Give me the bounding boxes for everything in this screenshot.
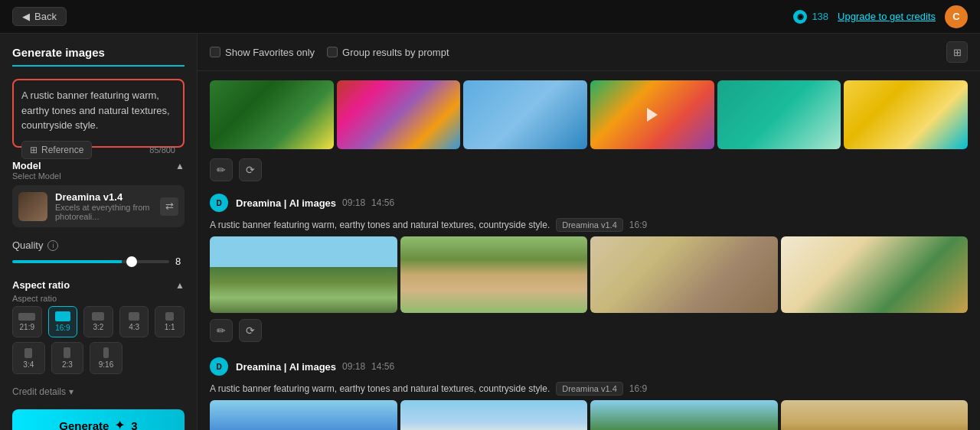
top-strip	[210, 80, 968, 149]
generate-button[interactable]: Generate ✦ 3	[12, 409, 185, 430]
aspect-label-2-3: 2:3	[62, 360, 73, 369]
gen-meta-2: Dreamina | AI images 09:18 14:56	[236, 361, 394, 373]
aspect-label-9-16: 9:16	[99, 360, 113, 369]
aspect-btn-1-1[interactable]: 1:1	[155, 306, 185, 337]
gen-image-2-1[interactable]	[210, 400, 397, 430]
upgrade-button[interactable]: Upgrade to get credits	[838, 11, 936, 22]
strip-image-4	[590, 80, 714, 149]
gen-name-2: Dreamina | AI images	[236, 361, 336, 373]
aspect-label-16-9: 16:9	[55, 324, 70, 332]
gen-image-2-3[interactable]	[590, 400, 778, 430]
select-model-label: Select Model	[12, 171, 185, 181]
avatar: C	[945, 5, 968, 28]
gen-image-2-4[interactable]	[781, 400, 969, 430]
aspect-chevron-icon: ▲	[175, 280, 185, 291]
gen-image-1-1[interactable]	[210, 236, 397, 313]
gen-image-1-3[interactable]	[590, 236, 778, 313]
aspect-row-1: 21:9 16:9 3:2 4:3	[12, 306, 185, 337]
model-thumbnail	[18, 192, 47, 221]
aspect-spacer2	[159, 342, 185, 374]
model-section-label: Model	[12, 160, 41, 171]
topbar-left: ◀ Back	[12, 7, 67, 26]
strip-img-placeholder-6	[844, 80, 968, 149]
aspect-btn-21-9[interactable]: 21:9	[12, 306, 42, 337]
gen-ratio-1: 16:9	[629, 220, 647, 230]
gen-image-1-4[interactable]	[781, 236, 969, 313]
aspect-btn-3-2[interactable]: 3:2	[83, 306, 113, 337]
gen-name-1: Dreamina | AI images	[236, 197, 336, 209]
generate-star-icon: ✦	[115, 419, 125, 430]
model-name: Dreamina v1.4	[55, 191, 152, 203]
gen1-refresh-button[interactable]: ⟳	[239, 319, 262, 342]
aspect-btn-2-3[interactable]: 2:3	[51, 342, 84, 374]
gallery-scroll[interactable]: ✏ ⟳ D Dreamina | AI images 09:18 14:56 A…	[198, 71, 980, 430]
credit-details[interactable]: Credit details ▾	[12, 386, 185, 397]
strip-image-2	[337, 80, 461, 149]
strip-image-6	[844, 80, 968, 149]
aspect-sub-label: Aspect ratio	[12, 294, 185, 303]
aspect-label: Aspect ratio	[12, 279, 70, 291]
strip-img-placeholder-3	[463, 80, 587, 149]
aspect-icon-3-4	[24, 348, 32, 358]
aspect-label-4-3: 4:3	[129, 323, 139, 331]
aspect-btn-4-3[interactable]: 4:3	[119, 306, 149, 337]
gen-time-1: 09:18	[342, 197, 365, 208]
aspect-icon-3-2	[92, 312, 104, 321]
aspect-icon-21-9	[18, 313, 35, 321]
favorites-checkbox-box	[210, 47, 220, 57]
aspect-btn-3-4[interactable]: 3:4	[12, 342, 45, 374]
aspect-grid: 21:9 16:9 3:2 4:3	[12, 306, 185, 374]
quality-value: 8	[175, 256, 185, 267]
credits-badge: ◉ 138	[793, 10, 828, 24]
model-section-header: Model ▲	[12, 160, 185, 171]
favorites-label: Show Favorites only	[225, 47, 315, 58]
aspect-icon-2-3	[64, 347, 70, 358]
group-label: Group results by prompt	[342, 47, 449, 58]
gen-duration-1: 14:56	[371, 197, 394, 208]
generate-label: Generate	[59, 419, 109, 431]
strip-img-placeholder-5	[717, 80, 841, 149]
favorites-checkbox[interactable]: Show Favorites only	[210, 47, 315, 58]
back-button[interactable]: ◀ Back	[12, 7, 67, 26]
back-label: Back	[34, 11, 57, 22]
gen1-edit-button[interactable]: ✏	[210, 319, 233, 342]
quality-info-icon[interactable]: i	[47, 240, 58, 251]
content-toolbar: Show Favorites only Group results by pro…	[198, 34, 980, 71]
strip-edit-button[interactable]: ✏	[210, 158, 233, 181]
model-swap-button[interactable]: ⇄	[160, 197, 178, 216]
aspect-section-header: Aspect ratio ▲	[12, 279, 185, 291]
gen-image-grid-2	[210, 400, 968, 430]
aspect-spacer	[129, 342, 154, 374]
gen-avatar-2: D	[210, 357, 228, 376]
generate-cost: 3	[131, 419, 137, 431]
strip-actions: ✏ ⟳	[210, 158, 968, 181]
group-checkbox[interactable]: Group results by prompt	[327, 47, 449, 58]
group-checkbox-box	[327, 47, 338, 57]
strip-image-1	[210, 80, 334, 149]
aspect-btn-16-9[interactable]: 16:9	[48, 306, 78, 337]
quality-slider[interactable]	[12, 260, 169, 263]
generation-group-2: D Dreamina | AI images 09:18 14:56 A rus…	[210, 357, 968, 430]
aspect-icon-1-1	[165, 312, 174, 321]
aspect-btn-9-16[interactable]: 9:16	[90, 342, 122, 374]
gen-prompt-row-1: A rustic banner featuring warm, earthy t…	[210, 218, 968, 232]
gen-header-2: D Dreamina | AI images 09:18 14:56	[210, 357, 968, 376]
gen-prompt-text-1: A rustic banner featuring warm, earthy t…	[210, 220, 550, 230]
char-count: 85/800	[149, 145, 175, 155]
aspect-icon-9-16	[103, 347, 109, 358]
gen-header-1: D Dreamina | AI images 09:18 14:56	[210, 194, 968, 212]
gen-duration-2: 14:56	[371, 361, 394, 372]
toolbar-left: Show Favorites only Group results by pro…	[210, 47, 449, 58]
reference-button[interactable]: ⊞ Reference	[21, 141, 92, 159]
quality-label: Quality i	[12, 239, 185, 251]
prompt-text: A rustic banner featuring warm, earthy t…	[21, 88, 175, 133]
sidebar-title: Generate images	[12, 46, 185, 67]
credits-icon: ◉	[793, 10, 807, 24]
topbar-right: ◉ 138 Upgrade to get credits C	[793, 5, 968, 28]
gen-image-1-2[interactable]	[400, 236, 588, 313]
gen-image-2-2[interactable]	[400, 400, 588, 430]
gen-prompt-text-2: A rustic banner featuring warm, earthy t…	[210, 383, 550, 394]
strip-refresh-button[interactable]: ⟳	[239, 158, 262, 181]
prompt-box[interactable]: A rustic banner featuring warm, earthy t…	[12, 79, 185, 148]
grid-view-button[interactable]: ⊞	[946, 41, 968, 63]
